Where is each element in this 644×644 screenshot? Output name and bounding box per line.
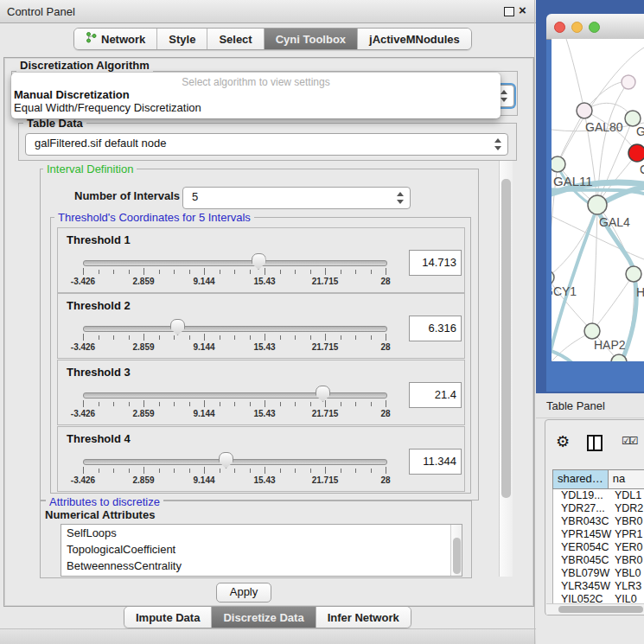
- node-label: GAL11: [553, 174, 593, 188]
- dropdown-option-equal-width[interactable]: Equal Width/Frequency Discretization: [11, 101, 501, 114]
- table-panel-titlebar: Table Panel: [536, 393, 644, 418]
- slider-thumb[interactable]: [219, 452, 233, 469]
- table-row[interactable]: YDL19...YDL1: [553, 489, 644, 502]
- tab-network[interactable]: Network: [74, 29, 157, 49]
- tick-mark: [355, 402, 356, 406]
- tab-impute-data[interactable]: Impute Data: [124, 607, 212, 628]
- slider-thumb[interactable]: [170, 319, 185, 335]
- close-icon[interactable]: ×: [519, 3, 526, 17]
- tab-discretize-data[interactable]: Discretize Data: [212, 607, 316, 628]
- tick-mark: [204, 400, 205, 407]
- tick-mark: [174, 335, 175, 340]
- network-node[interactable]: [622, 75, 635, 89]
- threshold-value-field[interactable]: 11.344: [409, 449, 462, 475]
- cell-name: YLR3: [615, 580, 644, 593]
- list-scrollbar[interactable]: [450, 525, 462, 576]
- number-of-intervals-combobox[interactable]: 5: [182, 187, 411, 209]
- tick-label: 2.859: [122, 475, 165, 485]
- cell-shared-name: YER054C: [553, 541, 615, 554]
- tick-mark: [159, 270, 160, 274]
- table-data-combobox[interactable]: galFiltered.sif default node: [25, 133, 508, 156]
- tick-mark: [341, 335, 341, 340]
- tick-mark: [310, 402, 311, 406]
- network-node-h[interactable]: [626, 266, 641, 282]
- list-item[interactable]: SelfLoops: [61, 525, 462, 541]
- minimize-traffic-light-icon[interactable]: [571, 22, 583, 33]
- table-body[interactable]: YDL19...YDL1YDR27...YDR2YBR043CYBR0YPR14…: [552, 489, 644, 604]
- tab-infer-network[interactable]: Infer Network: [316, 607, 411, 628]
- network-canvas[interactable]: GAL80GCGAL11GAL4HGCY1HAP2: [552, 39, 644, 361]
- table-row[interactable]: YBR043CYBR0: [553, 515, 644, 528]
- tab-select[interactable]: Select: [207, 29, 264, 49]
- number-of-intervals-label: Number of Intervals: [74, 189, 180, 202]
- close-traffic-light-icon[interactable]: [554, 22, 565, 33]
- select-columns-checkboxes-icon[interactable]: ☑☑: [622, 435, 637, 447]
- tab-jactivemnodules[interactable]: jActiveMNodules: [358, 29, 471, 49]
- tick-mark: [280, 469, 281, 473]
- tick-mark: [143, 334, 144, 341]
- float-window-icon[interactable]: [504, 7, 514, 16]
- table-data-label: Table Data: [23, 117, 86, 130]
- slider-track[interactable]: [83, 326, 387, 332]
- table-row[interactable]: YLR345WYLR3: [553, 580, 644, 593]
- threshold-value-field[interactable]: 14.713: [409, 250, 462, 276]
- table-row[interactable]: YBL079WYBL0: [553, 567, 644, 580]
- table-row[interactable]: YER054CYER0: [553, 541, 644, 554]
- main-scrollbar[interactable]: [499, 161, 513, 577]
- column-header-name[interactable]: na: [609, 470, 644, 488]
- threshold-label: Threshold 1: [67, 233, 131, 246]
- numerical-attributes-list[interactable]: SelfLoopsTopologicalCoefficientBetweenne…: [61, 524, 462, 577]
- top-tab-group: Network Style Select Cyni Toolbox jActiv…: [73, 28, 472, 50]
- zoom-traffic-light-icon[interactable]: [589, 22, 600, 33]
- tick-mark: [204, 268, 205, 275]
- tab-style[interactable]: Style: [157, 29, 207, 49]
- list-item[interactable]: BetweennessCentrality: [61, 558, 462, 574]
- network-node-gal11[interactable]: [552, 156, 565, 172]
- cell-name: YBR0: [615, 515, 644, 528]
- tick-mark: [189, 270, 190, 274]
- cell-shared-name: YBR043C: [553, 515, 615, 528]
- slider-track[interactable]: [83, 392, 387, 399]
- slider-track[interactable]: [83, 459, 387, 465]
- table-row[interactable]: YBR045CYBR0: [553, 554, 644, 567]
- list-item[interactable]: TopologicalCoefficient: [61, 541, 462, 558]
- list-scrollbar-thumb[interactable]: [453, 538, 461, 574]
- network-node-gal4[interactable]: [588, 195, 607, 214]
- network-node-gal80[interactable]: [577, 103, 592, 118]
- slider-thumb[interactable]: [252, 253, 266, 270]
- table-row[interactable]: YPR145WYPR1: [553, 528, 644, 541]
- cell-name: YDL1: [615, 489, 644, 502]
- window-bottom-strip: [0, 628, 536, 644]
- tick-mark: [280, 335, 281, 340]
- threshold-value-field[interactable]: 21.4: [409, 382, 462, 408]
- discretization-algorithm-label: Discretization Algorithm: [16, 59, 153, 72]
- apply-button[interactable]: Apply: [216, 583, 271, 603]
- tick-mark: [99, 469, 99, 473]
- network-node-hap2[interactable]: [584, 323, 600, 339]
- columns-icon[interactable]: [587, 435, 603, 451]
- column-header-shared-name[interactable]: shared…: [553, 470, 609, 488]
- attributes-group: Attributes to discretize Numerical Attri…: [40, 501, 472, 578]
- table-row[interactable]: YDR27...YDR2: [553, 502, 644, 515]
- threshold-label: Threshold 2: [67, 299, 131, 312]
- tick-mark: [325, 400, 326, 407]
- dropdown-option-manual[interactable]: Manual Discretization: [11, 88, 501, 101]
- table-hscrollbar-thumb[interactable]: [558, 606, 643, 613]
- cell-name: YBR0: [615, 554, 644, 567]
- algorithm-dropdown-popup: Select algorithm to view settings Manual…: [11, 73, 501, 118]
- tick-mark: [341, 402, 341, 406]
- tick-label: -3.426: [61, 277, 105, 286]
- slider-track[interactable]: [83, 260, 387, 266]
- bottom-tab-group: Impute Data Discretize Data Infer Networ…: [124, 606, 411, 628]
- network-node-c[interactable]: [628, 144, 644, 162]
- threshold-value-field[interactable]: 6.316: [409, 316, 462, 341]
- threshold-panel: Threshold 3-3.4262.8599.14415.4321.71528…: [57, 360, 465, 425]
- tab-cyni-toolbox[interactable]: Cyni Toolbox: [265, 29, 358, 49]
- interval-definition-label: Interval Definition: [43, 163, 137, 175]
- tick-mark: [129, 270, 130, 274]
- table-hscrollbar[interactable]: [546, 603, 644, 615]
- gear-icon[interactable]: ⚙: [556, 432, 570, 451]
- slider-thumb[interactable]: [316, 386, 330, 402]
- tick-label: 2.859: [122, 409, 165, 418]
- main-scrollbar-thumb[interactable]: [501, 179, 511, 498]
